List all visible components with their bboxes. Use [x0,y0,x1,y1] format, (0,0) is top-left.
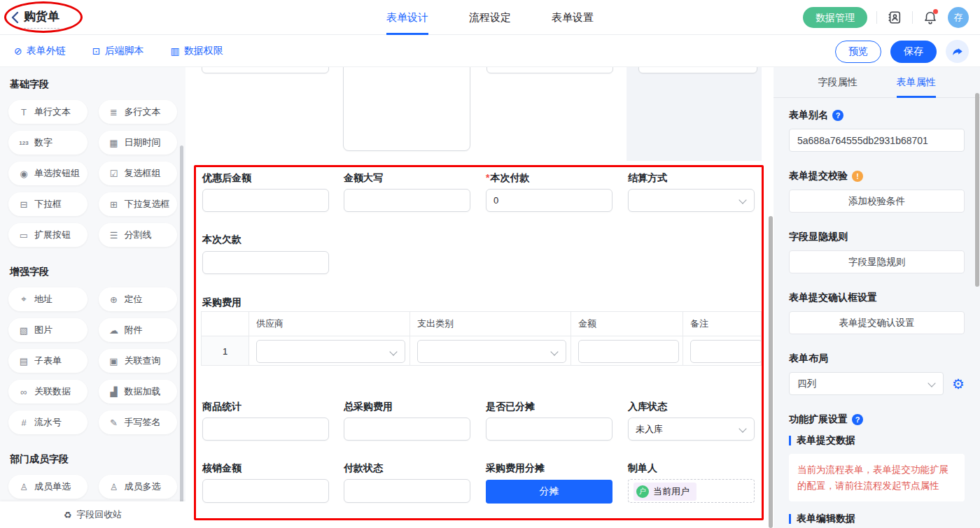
tab-form-setting[interactable]: 表单设置 [552,0,594,35]
field-multi-dropdown[interactable]: ⊞下拉复选框 [99,192,178,216]
current-payment-input[interactable] [486,189,612,212]
field-relate-query[interactable]: ▣关联查询 [99,349,178,373]
user-tag-avatar: 户 [636,485,649,498]
field-location[interactable]: ⊕定位 [99,287,178,311]
field-label: 本次欠款 [202,234,241,246]
contacts-icon[interactable] [886,9,903,26]
permission-icon: ▥ [170,45,179,57]
field-radio-group[interactable]: ◉单选按钮组 [8,162,88,185]
tab-form-design[interactable]: 表单设计 [386,0,428,35]
link-icon: ⊘ [14,45,22,57]
goods-statistics-input[interactable] [202,418,329,441]
submit-confirm-label: 表单提交确认框设置 [789,292,965,304]
current-debt-input[interactable] [202,251,329,274]
field-number[interactable]: 123数字 [8,131,88,155]
add-validation-button[interactable]: 添加校验条件 [789,190,965,213]
tab-field-properties[interactable]: 字段属性 [818,67,858,98]
data-permission-link[interactable]: ▥ 数据权限 [170,45,223,57]
spread-button[interactable]: 分摊 [486,480,612,504]
field-image[interactable]: ▧图片 [8,318,88,342]
page-title[interactable]: 购货单 [24,8,59,29]
chevron-down-icon [550,348,558,355]
amount-input[interactable] [578,340,679,363]
calendar-icon: ▦ [108,138,120,148]
chevron-down-icon [389,348,397,355]
expense-type-select[interactable] [417,340,566,363]
tab-form-properties[interactable]: 表单属性 [897,67,936,98]
current-user-tag[interactable]: 户 当前用户 [634,483,696,501]
field-subform[interactable]: ▤子表单 [8,349,88,373]
notification-bell-icon[interactable] [922,9,939,26]
sidebar-scrollbar[interactable] [180,145,183,528]
total-purchase-cost-input[interactable] [344,418,470,441]
partial-textarea[interactable] [343,67,470,151]
single-line-text-icon: T [18,107,29,117]
field-label: 采购费用分摊 [486,462,545,475]
partial-field-input[interactable] [202,67,329,73]
field-address[interactable]: ⌖地址 [8,287,88,311]
data-manage-button[interactable]: 数据管理 [803,7,867,28]
is-spread-input[interactable] [486,418,612,441]
form-external-link[interactable]: ⊘ 表单外链 [14,45,66,57]
properties-panel: 字段属性 表单属性 表单别名 ? 表单提交校验 ! 添加校验条件 字段显隐规则 … [774,67,980,528]
field-single-line-text[interactable]: T单行文本 [8,100,88,124]
back-icon[interactable] [10,11,21,24]
field-dropdown[interactable]: ⊟下拉框 [8,192,88,216]
field-label: 结算方式 [628,172,667,185]
form-alias-input[interactable] [789,129,965,152]
subform-row-index: 1 [202,336,249,366]
warehouse-status-select[interactable]: 未入库 [628,418,755,441]
gear-icon[interactable]: ⚙ [952,377,965,391]
canvas-scrollbar[interactable] [769,216,773,528]
field-recycle-bin[interactable]: ♻ 字段回收站 [0,501,186,528]
tab-flow-setting[interactable]: 流程设定 [469,0,511,35]
payment-status-input[interactable] [344,479,470,503]
field-relate-data[interactable]: ∞关联数据 [8,380,88,404]
form-layout-select[interactable]: 四列 [789,372,944,395]
notification-dot [933,9,938,14]
field-data-load[interactable]: ▟数据加载 [99,380,178,404]
preview-button[interactable]: 预览 [835,41,881,63]
chevron-down-icon [738,196,746,204]
field-serial-number[interactable]: #流水号 [8,411,88,434]
share-button[interactable] [946,40,969,63]
submit-confirm-button[interactable]: 表单提交确认设置 [789,311,965,334]
visibility-rule-button[interactable]: 字段显隐规则 [789,250,965,273]
supplier-select[interactable] [256,340,405,363]
field-label: 付款状态 [344,462,383,475]
backend-script-link[interactable]: ⊡ 后端脚本 [92,45,144,57]
field-checkbox-group[interactable]: ☑复选框组 [99,162,178,185]
field-divider[interactable]: ☰分割线 [99,223,178,247]
field-extend-button[interactable]: ▭扩展按钮 [8,223,88,247]
writeoff-amount-input[interactable] [202,479,329,503]
submit-data-section: 表单提交数据 [789,434,965,447]
discounted-amount-input[interactable] [202,189,329,212]
selected-field-region[interactable] [626,67,762,161]
locate-icon: ⊕ [108,294,120,305]
settlement-method-select[interactable] [628,189,755,212]
amount-in-words-input[interactable] [344,189,470,212]
field-label: 制单人 [628,462,657,475]
user-avatar[interactable]: 存 [948,7,969,28]
warning-icon[interactable]: ! [852,171,863,182]
help-icon[interactable]: ? [832,110,844,121]
partial-field-input[interactable] [638,67,757,73]
remark-input[interactable] [690,340,762,363]
panel-scrollbar[interactable] [975,93,979,287]
save-button[interactable]: 保存 [890,41,937,63]
field-member-multi[interactable]: ♙成员多选 [99,475,178,499]
field-signature[interactable]: ✎手写签名 [99,411,178,434]
field-datetime[interactable]: ▦日期时间 [99,131,178,155]
purchase-cost-subform: 供应商 支出类别 金额 备注 1 [201,311,762,366]
partial-field-input[interactable] [486,67,613,73]
subform-icon: ▤ [18,356,29,366]
field-attachment[interactable]: ☁附件 [99,318,178,342]
toolbar-links: ⊘ 表单外链 ⊡ 后端脚本 ▥ 数据权限 [14,35,223,67]
creator-member-field[interactable]: 户 当前用户 [628,479,755,503]
radio-icon: ◉ [18,169,29,179]
help-icon[interactable]: ? [852,414,863,425]
field-member-single[interactable]: ♙成员单选 [8,475,88,499]
field-multi-line-text[interactable]: ≣多行文本 [99,100,178,124]
cloud-upload-icon: ☁ [108,325,120,336]
chevron-down-icon [738,424,746,432]
